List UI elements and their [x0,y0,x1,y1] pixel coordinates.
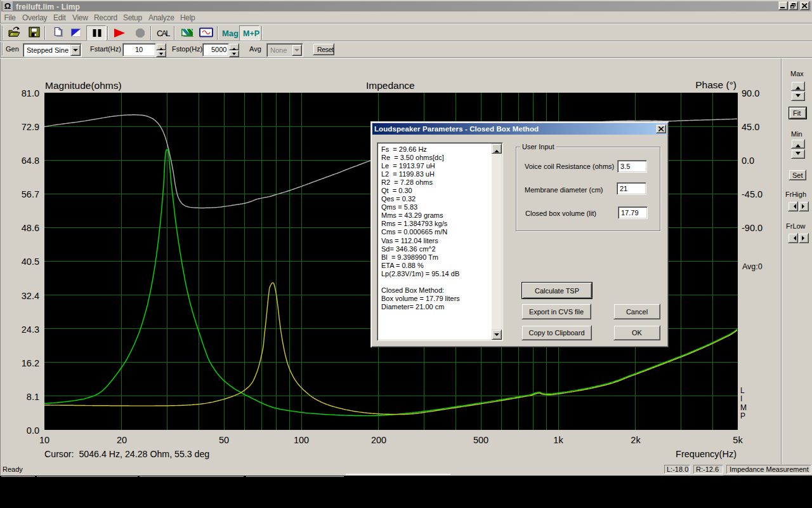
svg-text:M+P: M+P [243,29,259,38]
svg-text:CAL: CAL [157,29,171,38]
svg-text:Mag: Mag [222,29,239,38]
